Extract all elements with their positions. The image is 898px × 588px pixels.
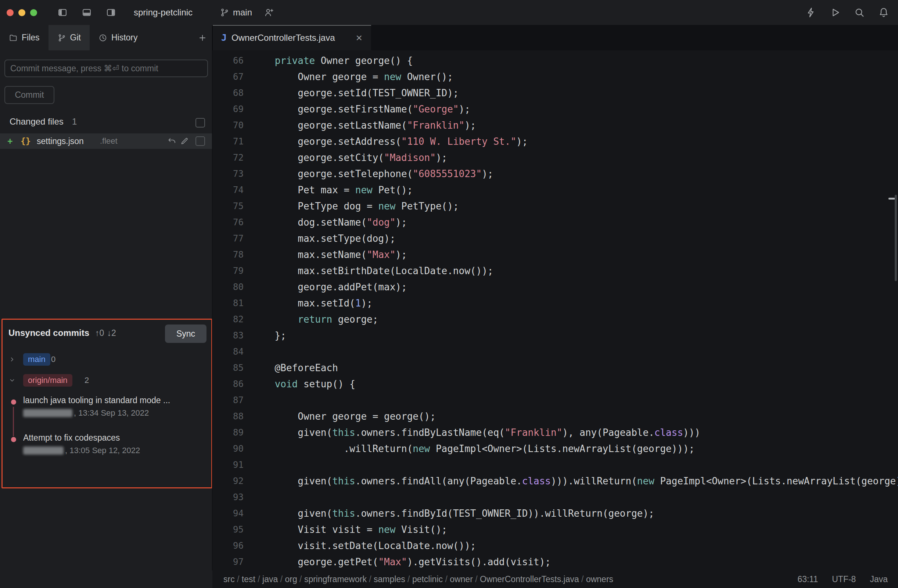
sidebar-tab-history[interactable]: History [90, 25, 147, 50]
line-number[interactable]: 90 [212, 441, 244, 457]
remote-branch-badge[interactable]: origin/main [23, 374, 72, 386]
commit-item[interactable]: Attempt to fix codespaces , 13:05 Sep 12… [23, 433, 200, 455]
collaborate-button[interactable] [264, 0, 274, 25]
code-line[interactable]: 67 Owner george = new Owner(); [212, 69, 898, 85]
code-line[interactable]: 85 @BeforeEach [212, 360, 898, 376]
sidebar-tab-files[interactable]: Files [0, 25, 49, 50]
code-line[interactable]: 95 Visit visit = new Visit(); [212, 522, 898, 538]
line-number[interactable]: 72 [212, 149, 244, 166]
line-number[interactable]: 88 [212, 408, 244, 425]
code-line[interactable]: 79 max.setBirthDate(LocalDate.now()); [212, 263, 898, 279]
code-line[interactable]: 77 max.setType(dog); [212, 231, 898, 246]
breadcrumb-item[interactable]: samples [374, 574, 405, 584]
notifications-bell-icon[interactable] [878, 7, 889, 18]
code-line[interactable]: 87 [212, 392, 898, 408]
code-line[interactable]: 86 void setup() { [212, 376, 898, 392]
code-line[interactable]: 73 george.setTelephone("6085551023"); [212, 166, 898, 182]
file-checkbox[interactable] [195, 136, 205, 146]
line-number[interactable]: 87 [212, 392, 244, 408]
changed-file-row[interactable]: + {} settings.json .fleet [0, 133, 212, 149]
code-line[interactable]: 94 given(this.owners.findById(TEST_OWNER… [212, 505, 898, 522]
breadcrumb-item[interactable]: test [242, 574, 255, 584]
code-area[interactable]: 66 private Owner george() {67 Owner geor… [212, 52, 898, 570]
sync-button[interactable]: Sync [165, 325, 206, 343]
sidebar-tab-git[interactable]: Git [49, 25, 90, 50]
project-title[interactable]: spring-petclinic [134, 0, 192, 25]
line-number[interactable]: 69 [212, 101, 244, 117]
caret-position[interactable]: 63:11 [797, 574, 818, 584]
close-tab-icon[interactable]: × [356, 32, 362, 43]
run-icon[interactable] [830, 7, 841, 18]
code-line[interactable]: 68 george.setId(TEST_OWNER_ID); [212, 85, 898, 101]
scrollbar-thumb[interactable] [895, 195, 897, 281]
search-icon[interactable] [854, 7, 865, 18]
line-number[interactable]: 82 [212, 311, 244, 328]
breadcrumb-item[interactable]: OwnerControllerTests.java [480, 574, 579, 584]
line-number[interactable]: 84 [212, 343, 244, 360]
add-tool-tab-button[interactable] [198, 25, 207, 50]
code-line[interactable]: 91 [212, 457, 898, 473]
code-line[interactable]: 93 [212, 489, 898, 505]
commit-button[interactable]: Commit [5, 86, 54, 104]
line-number[interactable]: 66 [212, 52, 244, 69]
code-line[interactable]: 75 PetType dog = new PetType(); [212, 198, 898, 214]
code-line[interactable]: 76 dog.setName("dog"); [212, 214, 898, 231]
code-line[interactable]: 66 private Owner george() { [212, 52, 898, 69]
line-number[interactable]: 74 [212, 182, 244, 198]
code-line[interactable]: 92 given(this.owners.findAll(any(Pageabl… [212, 473, 898, 489]
line-number[interactable]: 95 [212, 522, 244, 538]
file-encoding[interactable]: UTF-8 [832, 574, 856, 584]
run-config-icon[interactable] [806, 7, 817, 18]
code-line[interactable]: 84 [212, 343, 898, 360]
branch-row-remote[interactable]: origin/main 2 [3, 374, 211, 386]
commit-message-input[interactable] [5, 60, 208, 77]
code-editor[interactable]: 66 private Owner george() {67 Owner geor… [212, 50, 898, 570]
line-number[interactable]: 68 [212, 85, 244, 101]
line-number[interactable]: 81 [212, 295, 244, 311]
code-line[interactable]: 69 george.setFirstName("George"); [212, 101, 898, 117]
toggle-bottom-panel-icon[interactable] [81, 7, 92, 18]
editor-tab-ownercontrollertests[interactable]: J OwnerControllerTests.java × [212, 25, 371, 50]
line-number[interactable]: 76 [212, 214, 244, 231]
line-number[interactable]: 92 [212, 473, 244, 489]
edit-icon[interactable] [180, 137, 189, 146]
line-number[interactable]: 67 [212, 69, 244, 85]
line-number[interactable]: 86 [212, 376, 244, 392]
breadcrumb-item[interactable]: petclinic [412, 574, 443, 584]
line-number[interactable]: 83 [212, 328, 244, 343]
code-line[interactable]: 97 george.getPet("Max").getVisits().add(… [212, 554, 898, 570]
line-number[interactable]: 80 [212, 279, 244, 295]
code-line[interactable]: 82 return george; [212, 311, 898, 328]
file-language[interactable]: Java [870, 574, 888, 584]
line-number[interactable]: 91 [212, 457, 244, 473]
local-branch-badge[interactable]: main [23, 353, 50, 366]
code-line[interactable]: 88 Owner george = george(); [212, 408, 898, 425]
minimize-window-button[interactable] [18, 9, 25, 16]
close-window-button[interactable] [7, 9, 14, 16]
zoom-window-button[interactable] [30, 9, 37, 16]
line-number[interactable]: 96 [212, 538, 244, 554]
code-line[interactable]: 71 george.setAddress("110 W. Liberty St.… [212, 133, 898, 149]
select-all-checkbox[interactable] [195, 118, 205, 128]
line-number[interactable]: 78 [212, 246, 244, 263]
breadcrumb-item[interactable]: org [285, 574, 297, 584]
code-line[interactable]: 74 Pet max = new Pet(); [212, 182, 898, 198]
code-line[interactable]: 70 george.setLastName("Franklin"); [212, 117, 898, 133]
code-line[interactable]: 96 visit.setDate(LocalDate.now()); [212, 538, 898, 554]
breadcrumb-item[interactable]: java [262, 574, 278, 584]
line-number[interactable]: 97 [212, 554, 244, 570]
line-number[interactable]: 94 [212, 505, 244, 522]
code-line[interactable]: 78 max.setName("Max"); [212, 246, 898, 263]
code-line[interactable]: 90 .willReturn(new PageImpl<Owner>(Lists… [212, 441, 898, 457]
line-number[interactable]: 70 [212, 117, 244, 133]
breadcrumb-item[interactable]: src [223, 574, 235, 584]
toggle-left-panel-icon[interactable] [57, 7, 68, 18]
line-number[interactable]: 89 [212, 425, 244, 441]
branch-row-local[interactable]: main 0 [3, 353, 211, 366]
breadcrumb-item[interactable]: owner [450, 574, 473, 584]
branch-switcher[interactable]: main [220, 0, 252, 25]
line-number[interactable]: 85 [212, 360, 244, 376]
toggle-right-panel-icon[interactable] [106, 7, 116, 18]
breadcrumb-item[interactable]: owners [586, 574, 613, 584]
line-number[interactable]: 79 [212, 263, 244, 279]
